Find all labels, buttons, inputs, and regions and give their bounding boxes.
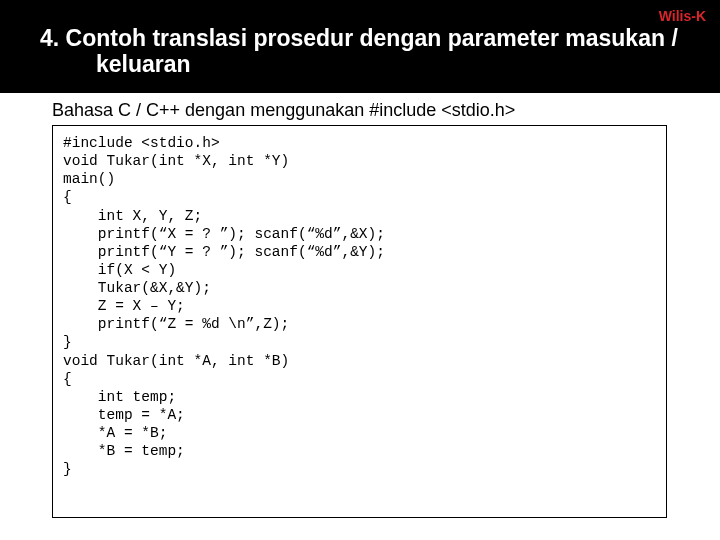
slide-heading: 4. Contoh translasi prosedur dengan para… xyxy=(40,25,680,78)
heading-line-1: 4. Contoh translasi prosedur dengan para… xyxy=(40,25,678,51)
author-name: Wilis-K xyxy=(659,8,706,24)
header-band: Wilis-K 4. Contoh translasi prosedur den… xyxy=(0,0,720,93)
heading-line-2: keluaran xyxy=(40,51,680,77)
code-block: #include <stdio.h> void Tukar(int *X, in… xyxy=(52,125,667,518)
subtitle: Bahasa C / C++ dengan menggunakan #inclu… xyxy=(52,100,515,121)
